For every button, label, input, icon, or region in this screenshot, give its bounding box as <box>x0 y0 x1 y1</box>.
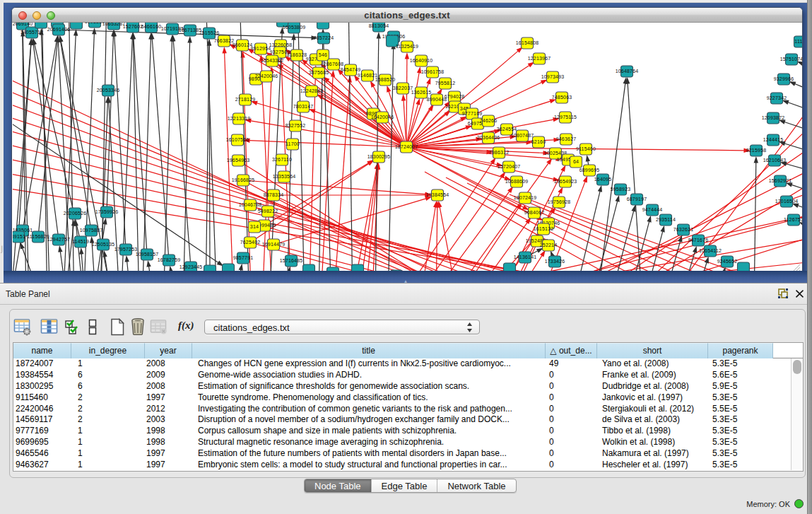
table-toolbar: f(x) citations_edges.txt <box>10 317 805 339</box>
column-header-pagerank[interactable]: pagerank <box>708 343 773 358</box>
table-cell: Genome-wide association studies in ADHD. <box>192 370 546 381</box>
column-settings-icon[interactable] <box>13 317 32 336</box>
tab-edge-table[interactable]: Edge Table <box>372 479 438 492</box>
graph-node-label: 10046788 <box>239 202 262 207</box>
table-cell: 1 <box>71 358 145 370</box>
table-cell: 5.3E-5 <box>708 414 773 426</box>
table-cell: Jankovic et al. (1997) <box>597 392 708 404</box>
graph-node-label: 16053809 <box>283 25 306 30</box>
float-panel-icon[interactable] <box>778 288 789 299</box>
graph-node-label: 12213319 <box>228 116 251 121</box>
graph-node-label: 9115460 <box>576 146 596 151</box>
table-cell: 18300295 <box>13 381 71 392</box>
select-all-icon[interactable] <box>64 317 80 336</box>
table-cell: 0 <box>546 370 597 381</box>
graph-node[interactable] <box>35 23 47 28</box>
function-builder-icon[interactable]: f(x) <box>178 320 198 332</box>
graph-node-label: 19384554 <box>426 192 449 197</box>
new-column-icon[interactable] <box>109 317 126 337</box>
table-cell: Hescheler et al. (1997) <box>597 460 708 471</box>
table-row[interactable]: 1872400712008Changes of HCN gene express… <box>13 358 792 370</box>
graph-node-label: 6879197 <box>627 197 647 201</box>
graph-node-label: 12923445 <box>180 264 203 269</box>
select-column-icon[interactable] <box>40 317 59 336</box>
table-row[interactable]: 911546021997Tourette syndrome. Phenomeno… <box>13 392 792 404</box>
memory-ok-indicator[interactable] <box>794 499 804 508</box>
table-cell: Tourette syndrome. Phenomenology and cla… <box>192 392 546 404</box>
graph-node-label: 3624554 <box>497 127 517 132</box>
table-row[interactable]: 2242004622012Investigating the contribut… <box>13 404 792 415</box>
column-header-year[interactable]: year <box>145 343 192 358</box>
graph-node-label: 15692971 <box>769 178 792 183</box>
table-cell: 0 <box>546 448 597 460</box>
graph-node-label: 11156829 <box>27 234 49 239</box>
graph-node-label: 12093872 <box>762 115 785 120</box>
graph-node-label: 6466160 <box>141 24 162 29</box>
graph-node-label: 1588520 <box>375 77 396 82</box>
scrollbar-thumb[interactable] <box>793 360 801 374</box>
graph-node-label: 16914479 <box>262 242 286 247</box>
graph-node-label: 18072419 <box>514 195 537 200</box>
table-cell: 2003 <box>145 414 192 426</box>
table-row[interactable]: 1456911722003Disruption of a novel membe… <box>13 414 792 426</box>
graph-node-label: 16671385 <box>179 28 202 33</box>
table-cell: 9463627 <box>13 460 71 471</box>
column-header-short[interactable]: short <box>597 343 708 358</box>
table-cell: Estimation of significance thresholds fo… <box>192 381 546 392</box>
table-cell: 1998 <box>145 437 192 448</box>
table-row[interactable]: 1938455462009Genome-wide association stu… <box>13 370 792 381</box>
delete-table-icon[interactable] <box>150 317 168 336</box>
network-view-window[interactable]: citations_edges.txt 20691401405571220691… <box>11 7 803 274</box>
table-cell: 0 <box>546 404 597 415</box>
unselect-all-icon[interactable] <box>88 317 98 336</box>
graph-node-label: 8471676 <box>688 238 709 243</box>
table-select-combobox[interactable]: citations_edges.txt <box>204 320 480 334</box>
network-window-titlebar[interactable]: citations_edges.txt <box>12 8 802 23</box>
table-cell: 1997 <box>145 460 192 471</box>
column-header-name[interactable]: name <box>13 343 71 358</box>
table-cell: 2 <box>71 414 145 426</box>
graph-node[interactable] <box>71 23 83 29</box>
graph-node-label: 12242848 <box>300 88 324 93</box>
graph-node-label: 2069140 <box>13 23 33 26</box>
graph-node-label: 9463627 <box>556 136 577 141</box>
table-cell: 5.3E-5 <box>708 358 773 370</box>
table-cell: Estimation of the future numbers of pati… <box>192 448 546 460</box>
table-cell: 6 <box>71 370 145 381</box>
table-row[interactable]: 946362711997Embryonic stem cells: a mode… <box>13 460 792 471</box>
network-canvas[interactable]: 2069140140557122069140619053311065328715… <box>13 23 802 274</box>
delete-column-icon[interactable] <box>129 317 146 337</box>
table-cell: 5.3E-5 <box>708 460 773 471</box>
table-cell: 1 <box>71 448 145 460</box>
table-panel-titlebar[interactable]: Table Panel <box>0 283 807 305</box>
graph-node-label: 15751074 <box>780 57 802 62</box>
close-panel-icon[interactable] <box>795 289 804 298</box>
table-vertical-scrollbar[interactable] <box>791 358 803 470</box>
graph-node-label: 1362615 <box>411 90 432 95</box>
graph-node-label: 20206526 <box>64 211 87 216</box>
table-cell: Corpus callosum shape and size in male p… <box>192 426 546 437</box>
table-row[interactable]: 946554611997Estimation of the future num… <box>13 448 792 460</box>
graph-node-label: 39151 <box>13 234 25 239</box>
column-header-title[interactable]: title <box>192 343 546 358</box>
table-cell: 2008 <box>145 381 192 392</box>
graph-node-label: 10975887 <box>80 228 103 233</box>
graph-node-label: 164095 <box>594 177 612 182</box>
column-header-out_de[interactable]: △ out_de... <box>546 343 597 358</box>
graph-node-label: 746266 <box>480 118 498 123</box>
graph-node-label: 2718129 <box>235 97 256 102</box>
tab-node-table[interactable]: Node Table <box>305 479 372 492</box>
graph-node-label: 7803147 <box>293 104 314 109</box>
table-row[interactable]: 1830029562008Estimation of significance … <box>13 381 792 392</box>
table-row[interactable]: 977716911998Corpus callosum shape and si… <box>13 426 792 437</box>
table-row[interactable]: 969969511998Structural magnetic resonanc… <box>13 437 792 448</box>
tab-network-table[interactable]: Network Table <box>437 479 515 492</box>
graph-node-label: 7986312 <box>489 150 510 155</box>
graph-node[interactable] <box>317 23 329 29</box>
table-cell: 5.6E-5 <box>708 370 773 381</box>
graph-node-label: 16107556 <box>226 137 249 142</box>
graph-node-label: 1244415 <box>763 137 784 142</box>
column-header-in_degree[interactable]: in_degree <box>71 343 145 358</box>
graph-node-label: 252214 <box>540 243 558 247</box>
network-desktop: citations_edges.txt 20691401405571220691… <box>4 3 807 283</box>
